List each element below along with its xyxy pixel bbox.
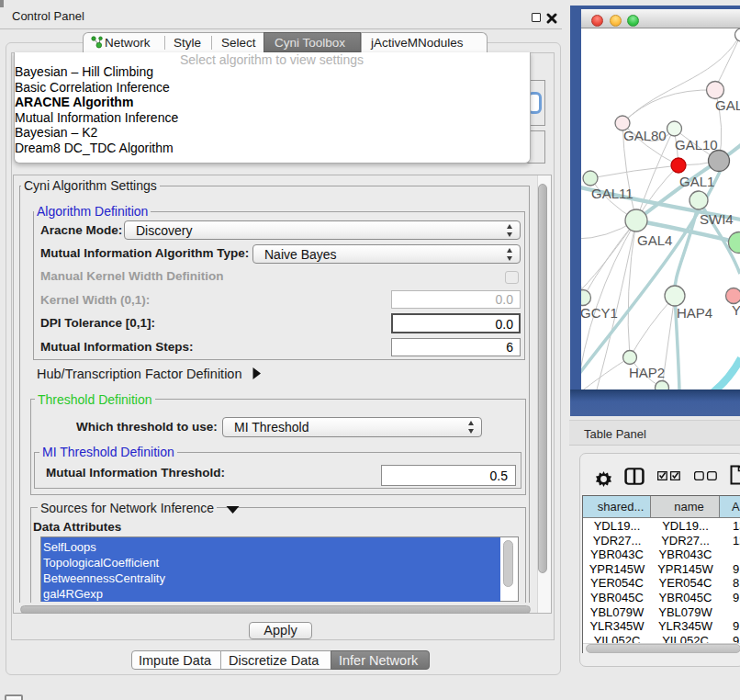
svg-text:Y: Y xyxy=(732,302,740,318)
svg-text:HAP2: HAP2 xyxy=(629,365,665,380)
svg-text:GCY1: GCY1 xyxy=(581,305,618,321)
svg-text:GAL1: GAL1 xyxy=(679,174,714,189)
svg-text:GAL4: GAL4 xyxy=(637,232,672,248)
svg-text:GAL11: GAL11 xyxy=(591,186,633,201)
svg-text:GAL80: GAL80 xyxy=(623,128,667,143)
svg-text:GAL7: GAL7 xyxy=(715,97,740,113)
svg-text:SWI4: SWI4 xyxy=(700,211,734,227)
svg-text:GAL10: GAL10 xyxy=(675,137,718,152)
svg-text:HAP4: HAP4 xyxy=(677,305,712,321)
